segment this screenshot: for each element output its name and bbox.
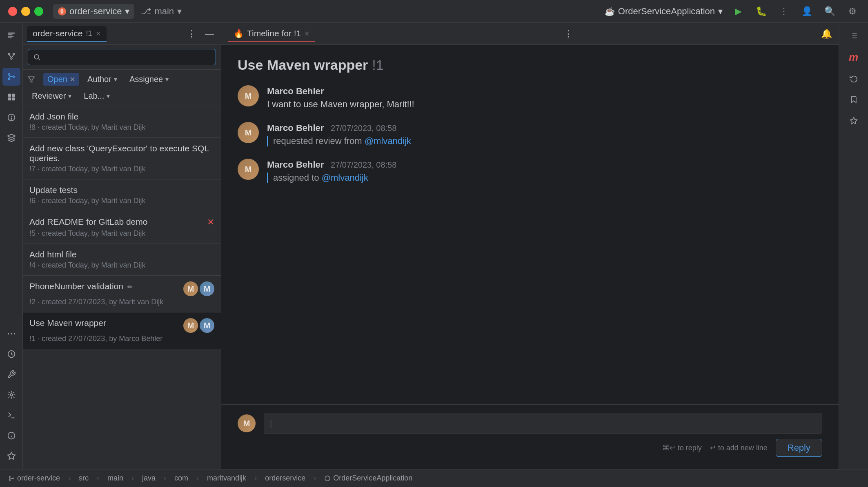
user-icon[interactable]: 👤 [799,4,814,19]
svg-point-11 [13,76,14,77]
filter-open-icon [28,74,39,85]
more-options-icon[interactable]: ⋮ [777,4,791,19]
search-input[interactable] [44,52,211,62]
mr-avatars: M M [183,318,214,333]
tab-order-service[interactable]: order-service !1 ✕ [27,26,107,42]
app-name[interactable]: ☕ OrderServiceApplication ▾ [605,6,723,17]
right-panel-m-icon[interactable]: m [845,48,863,66]
maximize-traffic-light[interactable] [34,7,43,16]
tabs-more: ⋮ — [184,27,217,41]
activity-tools-icon[interactable] [2,365,20,383]
tab-close-icon[interactable]: ✕ [96,30,101,38]
tab-label: order-service [33,29,83,38]
status-project[interactable]: order-service [8,474,60,483]
chevron-down-icon: ▾ [177,6,182,17]
action-user: @mlvandijk [365,136,411,146]
reply-actions: ⌘↵ to reply ↵ to add new line Reply [264,439,822,457]
branch-selector[interactable]: ⎇ main ▾ [141,6,182,17]
app-name-label: OrderServiceApplication [618,6,715,17]
tabs-more-options[interactable]: ⋮ [184,27,199,41]
timeline-text: I want to use Maven wrapper, Marit!!! [267,99,822,110]
status-app[interactable]: OrderServiceApplication [324,474,412,483]
avatar: M [200,281,214,296]
timeline-author: Marco Behler [267,86,324,96]
search-container [23,45,221,70]
reply-input-container: | ⌘↵ to reply ↵ to add new line Reply [264,413,822,457]
filter-author[interactable]: Author ▾ [83,73,121,86]
mr-item[interactable]: PhoneNumber validation ✏ M M !2 · create… [23,276,221,312]
minimize-traffic-light[interactable] [21,7,30,16]
timeline-item: M Marco Behler 27/07/2023, 08:58 request… [238,122,822,146]
reply-row: M | ⌘↵ to reply ↵ to add new line Reply [238,413,822,457]
tab-timeline[interactable]: 🔥 Timeline for !1 ✕ [228,26,315,42]
mr-title: Update tests [29,185,211,195]
search-icon [33,53,41,61]
activity-git-icon[interactable] [2,47,20,65]
right-panel-list-icon[interactable] [845,27,863,45]
filter-open[interactable]: Open ✕ [43,73,79,86]
search-icon[interactable]: 🔍 [822,4,837,19]
close-traffic-light[interactable] [8,7,17,16]
timeline-tabs: 🔥 Timeline for !1 ✕ ⋮ 🔔 [221,23,839,45]
filter-label[interactable]: Lab... ▾ [80,90,114,102]
mr-meta: !4 · created Today, by Marit van Dijk [29,261,214,270]
timeline-more-options[interactable]: ⋮ [561,27,576,41]
avatar: M [183,281,198,296]
avatar: M [238,159,259,180]
right-panel-star-icon[interactable] [845,112,863,130]
right-panel-bookmark-icon[interactable] [845,91,863,108]
mr-item[interactable]: Add README for GitLab demo ✕ !5 · create… [23,211,221,244]
project-selector[interactable]: 0 order-service ▾ [53,4,134,19]
mr-meta: !5 · created Today, by Marit van Dijk [29,229,214,238]
activity-info-icon[interactable] [2,427,20,445]
mr-item-selected[interactable]: Use Maven wrapper M M !1 · created 27/07… [23,312,221,349]
svg-point-20 [11,119,12,120]
right-panel-undo-icon[interactable] [845,69,863,87]
mr-title: Add new class 'QueryExecutor' to execute… [29,144,211,163]
reply-input-wrap[interactable]: | [264,413,822,434]
top-bar: 0 order-service ▾ ⎇ main ▾ ☕ OrderServic… [0,0,868,23]
svg-rect-14 [8,94,11,97]
activity-mr-icon[interactable] [2,68,20,86]
notification-bell-icon[interactable]: 🔔 [821,29,832,39]
chevron-down-icon: ▾ [68,92,71,100]
filter-reviewer[interactable]: Reviewer ▾ [28,90,76,102]
separator: › [68,474,71,483]
reply-avatar: M [238,414,256,432]
search-input-wrap [28,49,216,65]
mr-title: Add README for GitLab demo [29,217,204,227]
action-user: @mlvandijk [322,173,368,183]
timeline-item: M Marco Behler I want to use Maven wrapp… [238,85,822,110]
activity-issues-icon[interactable] [2,108,20,126]
reply-button[interactable]: Reply [776,439,822,457]
activity-files-icon[interactable] [2,27,20,45]
separator: › [97,474,99,483]
debug-icon[interactable]: 🐛 [754,4,768,19]
filter-open-close[interactable]: ✕ [70,75,75,83]
activity-terminal-icon[interactable] [2,406,20,424]
activity-bookmark-icon[interactable] [2,447,20,465]
activity-dashboard-icon[interactable] [2,88,20,106]
mr-item[interactable]: Add new class 'QueryExecutor' to execute… [23,138,221,179]
activity-more-icon[interactable]: ⋯ [2,325,20,343]
tabs-minimize[interactable]: — [202,27,217,41]
activity-pipelines-icon[interactable] [2,386,20,404]
timeline-tab-close-icon[interactable]: ✕ [304,30,309,38]
mr-item[interactable]: Add html file !4 · created Today, by Mar… [23,244,221,276]
reply-hint-2: ↵ to add new line [710,443,768,452]
settings-icon[interactable]: ⚙ [845,4,860,19]
timeline-item: M Marco Behler 27/07/2023, 08:58 assigne… [238,159,822,183]
activity-ci-icon[interactable] [2,345,20,363]
svg-line-29 [38,59,40,60]
svg-rect-0 [8,33,15,34]
activity-layers-icon[interactable] [2,129,20,147]
separator: › [196,474,199,483]
run-button[interactable]: ▶ [731,4,746,19]
mr-item[interactable]: Add Json file !8 · created Today, by Mar… [23,106,221,138]
status-path6: orderservice [265,474,305,483]
timeline-body: Marco Behler 27/07/2023, 08:58 assigned … [267,159,822,183]
timeline-panel: 🔥 Timeline for !1 ✕ ⋮ 🔔 Use Maven wrappe… [221,23,839,469]
filter-assignee[interactable]: Assignee ▾ [125,73,173,86]
mr-item[interactable]: Update tests !6 · created Today, by Mari… [23,179,221,211]
separator: › [131,474,134,483]
